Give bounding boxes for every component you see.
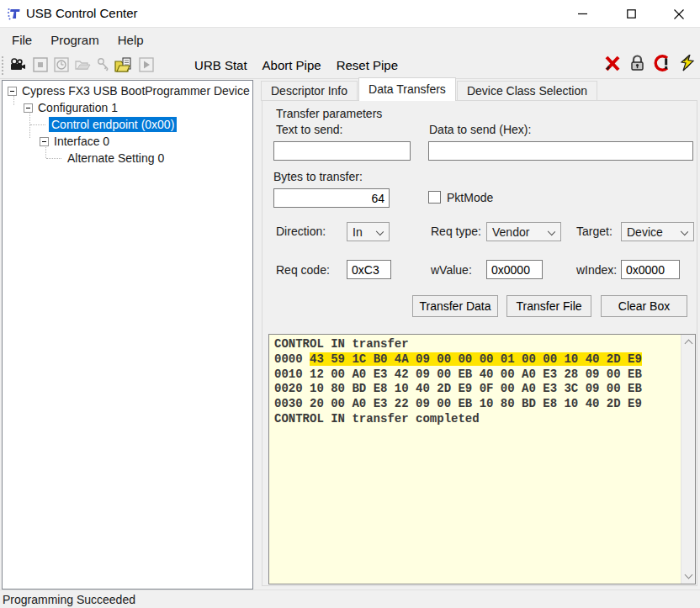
hex-offset: 0030	[274, 397, 310, 410]
usb-control-center-window: USB Control Center FileProgramHelp	[0, 0, 700, 608]
direction-select[interactable]: In	[347, 222, 390, 241]
data-to-send-label: Data to send (Hex):	[429, 123, 531, 136]
status-message: Programming Succeeded	[3, 593, 135, 606]
windex-input[interactable]	[621, 260, 680, 279]
timer-icon	[54, 57, 69, 72]
req-code-input[interactable]	[347, 260, 391, 279]
data-to-send-input[interactable]	[428, 141, 693, 161]
tree-item-alternate-setting-0[interactable]: Alternate Setting 0	[65, 151, 167, 166]
hex-bytes: 12 00 A0 E3 42 09 00 EB 40 00 A0 E3 28 0…	[310, 367, 642, 381]
windex-label: wIndex:	[576, 263, 617, 277]
output-line: CONTROL IN transfer	[274, 337, 678, 352]
open-folder-button[interactable]	[73, 56, 92, 74]
tree-item-label: Control endpoint (0x00)	[49, 117, 177, 132]
target-label: Target:	[576, 225, 612, 238]
play-button[interactable]	[137, 56, 156, 74]
hex-bytes: 43 59 1C B0 4A 09 00 00 00 01 00 00 10 4…	[310, 352, 642, 366]
maximize-button[interactable]	[612, 0, 650, 28]
reset-pipe-button[interactable]: Reset Pipe	[329, 56, 406, 75]
output-line: 0020 10 80 BD E8 10 40 2D E9 0F 00 A0 E3…	[274, 382, 678, 397]
output-line: 0030 20 00 A0 E3 22 09 00 EB 10 80 BD E8…	[274, 397, 678, 412]
tree-item-label: Interface 0	[51, 134, 112, 149]
wvalue-input[interactable]	[486, 260, 543, 279]
tree-connector	[30, 124, 45, 125]
chevron-down-icon	[548, 228, 555, 235]
hex-bytes: 10 80 BD E8 10 40 2D E9 0F 00 A0 E3 3C 0…	[310, 382, 642, 395]
req-type-select[interactable]: Vendor	[486, 222, 561, 241]
toolbar-text-buttons: URB StatAbort PipeReset Pipe	[187, 53, 406, 77]
close-icon	[674, 9, 684, 19]
minimize-button[interactable]	[563, 0, 602, 28]
tree-item-cypress-fx3-usb-bootprogrammer-device[interactable]: Cypress FX3 USB BootProgrammer Device	[8, 83, 252, 98]
tree-connector	[46, 158, 61, 159]
transfer-parameters-group-label: Transfer parameters	[276, 107, 382, 120]
menu-help[interactable]: Help	[109, 29, 153, 50]
transfer-file-button[interactable]: Transfer File	[506, 295, 591, 317]
output-line: 0010 12 00 A0 E3 42 09 00 EB 40 00 A0 E3…	[274, 367, 678, 383]
hex-offset: 0020	[274, 382, 310, 395]
collapse-expander-icon[interactable]	[40, 137, 49, 146]
menu-bar: FileProgramHelp	[0, 29, 700, 51]
req-code-label: Req code:	[276, 263, 330, 277]
clear-box-button[interactable]: Clear Box	[601, 295, 687, 317]
tree-item-interface-0[interactable]: Interface 0	[40, 134, 112, 149]
output-line: 0000 43 59 1C B0 4A 09 00 00 00 01 00 00…	[274, 352, 678, 367]
target-value: Device	[627, 225, 663, 239]
direction-label: Direction:	[276, 225, 326, 238]
tree-item-configuration-1[interactable]: Configuration 1	[24, 100, 120, 115]
keys-button[interactable]	[94, 56, 113, 74]
tree-item-control-endpoint-0x00[interactable]: Control endpoint (0x00)	[49, 117, 177, 132]
lock-button[interactable]	[628, 54, 646, 72]
toolbar-right-icons	[603, 54, 697, 72]
timer-button[interactable]	[52, 56, 71, 74]
stop-button[interactable]	[31, 56, 50, 74]
close-button[interactable]	[660, 0, 698, 28]
reconnect-button[interactable]	[678, 54, 697, 72]
output-scrollbar[interactable]	[681, 335, 695, 584]
tab-descriptor-info[interactable]: Descriptor Info	[261, 81, 358, 101]
transfer-output-box[interactable]: CONTROL IN transfer0000 43 59 1C B0 4A 0…	[268, 334, 696, 584]
chevron-down-icon	[681, 228, 688, 235]
urb-stat-button[interactable]: URB Stat	[187, 56, 255, 75]
menu-program[interactable]: Program	[41, 29, 109, 50]
target-select[interactable]: Device	[621, 222, 694, 241]
bytes-to-transfer-input[interactable]	[273, 188, 390, 208]
bytes-to-transfer-label: Bytes to transfer:	[273, 170, 363, 183]
tab-device-class-selection[interactable]: Device Class Selection	[457, 81, 597, 101]
maximize-icon	[627, 9, 636, 19]
scroll-up-icon[interactable]	[685, 340, 693, 348]
abort-x-icon	[604, 56, 621, 71]
abort-pipe-button[interactable]: Abort Pipe	[255, 56, 329, 75]
tab-data-transfers[interactable]: Data Transfers	[358, 77, 456, 101]
direction-value: In	[353, 225, 363, 239]
text-to-send-input[interactable]	[273, 141, 411, 161]
window-title: USB Control Center	[26, 6, 138, 20]
scroll-down-icon[interactable]	[685, 571, 693, 579]
play-icon	[139, 57, 154, 72]
tree-item-label: Alternate Setting 0	[65, 151, 167, 166]
menu-file[interactable]: File	[3, 29, 41, 50]
title-bar: USB Control Center	[0, 0, 700, 28]
wvalue-label: wValue:	[431, 263, 472, 277]
chevron-down-icon	[376, 228, 384, 235]
reset-device-button[interactable]	[653, 54, 671, 72]
reconnect-lightning-icon	[679, 55, 696, 71]
device-tree: Cypress FX3 USB BootProgrammer DeviceCon…	[2, 80, 253, 589]
hex-bytes: 20 00 A0 E3 22 09 00 EB 10 80 BD E8 10 4…	[310, 397, 642, 410]
transfer-output-lines: CONTROL IN transfer0000 43 59 1C B0 4A 0…	[274, 337, 678, 427]
abort-pipe-x-button[interactable]	[603, 54, 622, 72]
hex-offset: 0000	[274, 352, 310, 366]
pktmode-checkbox[interactable]	[428, 191, 441, 204]
tab-strip: Descriptor InfoData TransfersDevice Clas…	[261, 80, 598, 101]
program-file-button[interactable]	[114, 56, 133, 74]
req-type-label: Req type:	[431, 225, 481, 238]
output-line: CONTROL IN transfer completed	[274, 412, 678, 427]
collapse-expander-icon[interactable]	[24, 103, 33, 113]
connect-device-button[interactable]	[8, 56, 27, 74]
transfer-data-button[interactable]: Transfer Data	[412, 295, 498, 317]
lock-icon	[629, 55, 645, 71]
stop-icon	[33, 57, 48, 72]
collapse-expander-icon[interactable]	[8, 87, 17, 96]
req-type-value: Vendor	[492, 225, 529, 239]
program-file-icon	[114, 57, 133, 73]
